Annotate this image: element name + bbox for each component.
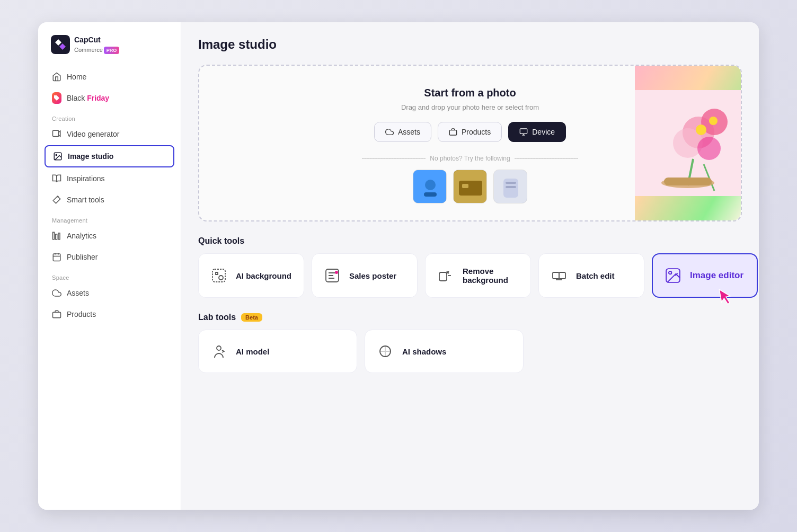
main-content: Image studio Start from a photo Drag and… bbox=[181, 22, 759, 510]
sidebar-item-smart-tools[interactable]: Smart tools bbox=[45, 190, 174, 210]
sidebar-item-inspirations[interactable]: Inspirations bbox=[45, 169, 174, 189]
calendar-icon bbox=[52, 252, 61, 262]
home-icon bbox=[52, 72, 61, 82]
beta-badge: Beta bbox=[241, 313, 262, 322]
sidebar-item-black-friday[interactable]: Black Friday bbox=[45, 88, 174, 108]
tool-card-image-editor[interactable]: Image editor bbox=[652, 253, 758, 298]
svg-point-18 bbox=[425, 180, 436, 190]
svg-point-47 bbox=[217, 346, 221, 350]
products-button[interactable]: Products bbox=[438, 122, 502, 142]
wand-icon bbox=[52, 195, 61, 205]
tool-card-ai-background[interactable]: AI background bbox=[198, 253, 304, 298]
tool-card-sales-poster[interactable]: Sales poster bbox=[312, 253, 418, 298]
sample-photo-1[interactable] bbox=[413, 170, 447, 203]
svg-rect-6 bbox=[56, 234, 57, 240]
sidebar-item-analytics[interactable]: Analytics bbox=[45, 226, 174, 246]
sidebar-item-label: Black Friday bbox=[67, 94, 109, 102]
upload-zone[interactable]: Start from a photo Drag and drop your ph… bbox=[198, 65, 742, 221]
chart-icon bbox=[52, 231, 61, 241]
sidebar-item-label: Video generator bbox=[67, 130, 119, 138]
svg-point-41 bbox=[335, 271, 338, 274]
sidebar-item-publisher[interactable]: Publisher bbox=[45, 247, 174, 267]
svg-rect-19 bbox=[424, 192, 437, 197]
tool-card-remove-background[interactable]: Remove background bbox=[425, 253, 531, 298]
tool-label: Remove background bbox=[463, 267, 520, 285]
upload-buttons: Assets Products Device bbox=[374, 122, 566, 142]
svg-rect-38 bbox=[212, 269, 225, 282]
tool-card-ai-model[interactable]: AI model bbox=[198, 330, 357, 373]
upload-zone-decoration bbox=[635, 66, 741, 220]
quick-tools-title: Quick tools bbox=[198, 236, 742, 246]
svg-point-4 bbox=[56, 154, 57, 155]
assets-button[interactable]: Assets bbox=[374, 122, 431, 142]
sales-poster-icon bbox=[323, 266, 342, 285]
svg-rect-21 bbox=[459, 181, 482, 196]
app-window: CapCut CommercePRO Home bbox=[38, 22, 759, 510]
sidebar-navigation: Home Black Friday Creation bbox=[38, 67, 181, 497]
sidebar-item-products[interactable]: Products bbox=[45, 304, 174, 324]
quick-tools-grid: AI background Sales poster bbox=[198, 253, 742, 298]
svg-rect-42 bbox=[439, 272, 447, 281]
cursor-pointer bbox=[717, 286, 737, 307]
sidebar-item-label: Inspirations bbox=[67, 174, 105, 183]
ai-model-icon bbox=[209, 342, 228, 361]
svg-rect-26 bbox=[506, 186, 516, 188]
page-title: Image studio bbox=[198, 37, 742, 52]
sidebar-item-label: Publisher bbox=[67, 253, 98, 261]
sample-photo-2[interactable] bbox=[453, 170, 487, 203]
products-btn-label: Products bbox=[462, 128, 491, 136]
section-label-management: Management bbox=[45, 211, 174, 226]
svg-rect-12 bbox=[53, 312, 61, 318]
sidebar-item-label: Products bbox=[67, 310, 96, 318]
book-icon bbox=[52, 174, 61, 183]
svg-rect-22 bbox=[462, 184, 468, 188]
lab-tools-grid: AI model AI shadows bbox=[198, 330, 742, 373]
batch-edit-icon bbox=[550, 266, 569, 285]
logo-icon bbox=[51, 35, 70, 54]
ai-background-icon bbox=[209, 266, 228, 285]
svg-point-39 bbox=[219, 276, 223, 280]
sidebar-item-video-generator[interactable]: Video generator bbox=[45, 124, 174, 144]
tool-label: AI background bbox=[236, 271, 291, 280]
sidebar-item-assets[interactable]: Assets bbox=[45, 283, 174, 303]
upload-subtitle: Drag and drop your photo here or select … bbox=[401, 103, 539, 111]
svg-rect-44 bbox=[559, 272, 565, 279]
svg-rect-8 bbox=[53, 254, 60, 261]
tool-card-batch-edit[interactable]: Batch edit bbox=[538, 253, 644, 298]
image-editor-icon bbox=[663, 266, 683, 285]
logo-area: CapCut CommercePRO bbox=[38, 35, 181, 67]
sidebar-item-label: Smart tools bbox=[67, 196, 104, 204]
sidebar: CapCut CommercePRO Home bbox=[38, 22, 181, 510]
lab-tools-header: Lab tools Beta bbox=[198, 313, 742, 322]
cloud-small-icon bbox=[385, 128, 394, 136]
sidebar-item-label: Home bbox=[67, 73, 86, 81]
sidebar-item-label: Assets bbox=[67, 289, 89, 297]
video-icon bbox=[52, 129, 61, 139]
section-label-space: Space bbox=[45, 268, 174, 283]
image-studio-icon bbox=[53, 152, 63, 161]
logo-text: CapCut CommercePRO bbox=[74, 35, 119, 54]
svg-rect-43 bbox=[553, 272, 559, 279]
box-small-icon bbox=[449, 128, 457, 136]
tool-card-ai-shadows[interactable]: AI shadows bbox=[365, 330, 524, 373]
device-button[interactable]: Device bbox=[508, 122, 566, 142]
remove-bg-icon bbox=[436, 266, 455, 285]
tool-label: AI model bbox=[236, 347, 269, 356]
svg-rect-5 bbox=[53, 232, 55, 240]
tool-label: Image editor bbox=[690, 270, 743, 281]
cloud-icon bbox=[52, 288, 61, 298]
svg-rect-13 bbox=[449, 130, 456, 135]
svg-rect-37 bbox=[664, 178, 712, 185]
pro-badge: PRO bbox=[104, 47, 120, 54]
sidebar-item-image-studio[interactable]: Image studio bbox=[45, 145, 174, 167]
upload-title: Start from a photo bbox=[424, 87, 516, 99]
svg-rect-14 bbox=[520, 129, 527, 134]
monitor-icon bbox=[519, 128, 528, 136]
tool-label: Sales poster bbox=[349, 271, 396, 280]
sample-photo-3[interactable] bbox=[493, 170, 527, 203]
section-label-creation: Creation bbox=[45, 109, 174, 124]
ai-shadows-icon bbox=[376, 342, 395, 361]
sidebar-item-home[interactable]: Home bbox=[45, 67, 174, 87]
flower-decoration bbox=[635, 66, 741, 220]
tool-label: AI shadows bbox=[402, 347, 446, 356]
